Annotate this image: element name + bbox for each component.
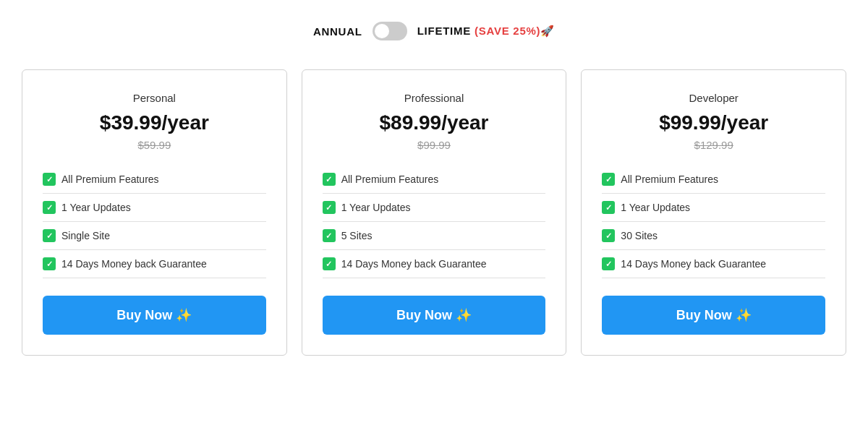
- feature-item: ✓ 5 Sites: [323, 222, 546, 250]
- check-icon: ✓: [602, 257, 615, 270]
- plan-price: $89.99/year: [323, 111, 546, 134]
- feature-item: ✓ All Premium Features: [323, 166, 546, 194]
- feature-text: All Premium Features: [341, 173, 439, 185]
- buy-now-button[interactable]: Buy Now ✨: [323, 296, 546, 335]
- feature-text: All Premium Features: [621, 173, 718, 185]
- pricing-cards-container: Personal $39.99/year $59.99 ✓ All Premiu…: [22, 69, 846, 356]
- check-icon: ✓: [323, 201, 336, 214]
- feature-text: Single Site: [61, 230, 110, 241]
- plan-original-price: $99.99: [323, 139, 546, 151]
- feature-text: 30 Sites: [621, 230, 658, 241]
- feature-text: 1 Year Updates: [621, 202, 690, 213]
- features-list: ✓ All Premium Features ✓ 1 Year Updates …: [602, 166, 825, 278]
- plan-original-price: $129.99: [602, 139, 825, 151]
- feature-text: 5 Sites: [341, 230, 373, 241]
- feature-item: ✓ Single Site: [43, 222, 266, 250]
- feature-item: ✓ 14 Days Money back Guarantee: [602, 250, 825, 278]
- pricing-card-personal: Personal $39.99/year $59.99 ✓ All Premiu…: [22, 69, 287, 356]
- feature-item: ✓ All Premium Features: [602, 166, 825, 194]
- feature-text: 1 Year Updates: [61, 202, 131, 213]
- plan-original-price: $59.99: [43, 139, 266, 151]
- lifetime-label: LIFETIME (SAVE 25%)🚀: [417, 25, 555, 38]
- feature-text: All Premium Features: [61, 173, 159, 185]
- feature-text: 14 Days Money back Guarantee: [61, 258, 207, 270]
- plan-price: $39.99/year: [43, 111, 266, 134]
- feature-item: ✓ 1 Year Updates: [602, 194, 825, 222]
- feature-item: ✓ 14 Days Money back Guarantee: [43, 250, 266, 278]
- feature-item: ✓ All Premium Features: [43, 166, 266, 194]
- feature-text: 14 Days Money back Guarantee: [341, 258, 487, 270]
- billing-toggle-switch[interactable]: [373, 22, 407, 40]
- feature-item: ✓ 14 Days Money back Guarantee: [323, 250, 546, 278]
- feature-item: ✓ 30 Sites: [602, 222, 825, 250]
- feature-text: 1 Year Updates: [341, 202, 411, 213]
- check-icon: ✓: [43, 229, 56, 242]
- feature-item: ✓ 1 Year Updates: [323, 194, 546, 222]
- plan-name: Developer: [602, 92, 825, 104]
- toggle-knob: [375, 24, 389, 38]
- check-icon: ✓: [43, 201, 56, 214]
- feature-text: 14 Days Money back Guarantee: [621, 258, 766, 270]
- buy-now-button[interactable]: Buy Now ✨: [43, 296, 266, 335]
- plan-name: Professional: [323, 92, 546, 104]
- check-icon: ✓: [323, 257, 336, 270]
- plan-name: Personal: [43, 92, 266, 104]
- billing-toggle-row: ANNUAL LIFETIME (SAVE 25%)🚀: [313, 22, 555, 40]
- buy-now-button[interactable]: Buy Now ✨: [602, 296, 825, 335]
- feature-item: ✓ 1 Year Updates: [43, 194, 266, 222]
- check-icon: ✓: [602, 173, 615, 186]
- pricing-card-professional: Professional $89.99/year $99.99 ✓ All Pr…: [302, 69, 567, 356]
- check-icon: ✓: [323, 173, 336, 186]
- features-list: ✓ All Premium Features ✓ 1 Year Updates …: [323, 166, 546, 278]
- pricing-card-developer: Developer $99.99/year $129.99 ✓ All Prem…: [581, 69, 846, 356]
- features-list: ✓ All Premium Features ✓ 1 Year Updates …: [43, 166, 266, 278]
- check-icon: ✓: [43, 173, 56, 186]
- save-badge: (SAVE 25%)🚀: [475, 25, 555, 37]
- check-icon: ✓: [323, 229, 336, 242]
- plan-price: $99.99/year: [602, 111, 825, 134]
- check-icon: ✓: [602, 201, 615, 214]
- annual-label: ANNUAL: [313, 25, 362, 38]
- check-icon: ✓: [602, 229, 615, 242]
- check-icon: ✓: [43, 257, 56, 270]
